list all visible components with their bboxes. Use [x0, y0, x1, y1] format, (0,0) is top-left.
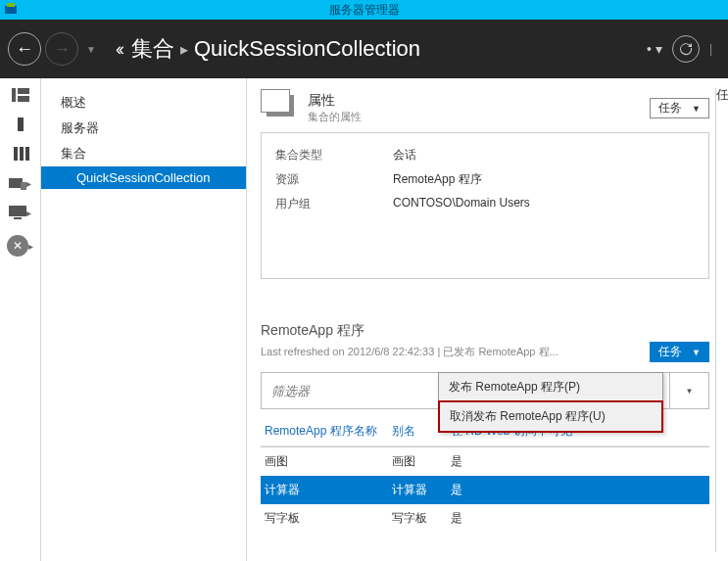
chevron-right-icon: ▸: [26, 208, 31, 218]
file-services-icon[interactable]: [9, 176, 26, 190]
table-row[interactable]: 计算器 计算器 是: [261, 476, 709, 504]
properties-tile-icon: [267, 95, 294, 117]
chevron-right-icon: ▸: [26, 178, 31, 189]
tree-item-collections[interactable]: 集合: [41, 141, 246, 166]
tree-item-servers[interactable]: 服务器: [41, 116, 246, 141]
remoteapp-tile: RemoteApp 程序 Last refreshed on 2012/6/8 …: [261, 299, 709, 552]
right-panel-label: 任: [716, 78, 728, 104]
remoteapp-tasks-button[interactable]: 任务 ▼: [650, 342, 709, 362]
tasks-label: 任务: [658, 100, 682, 117]
svg-rect-8: [25, 147, 29, 161]
right-panel-sliver: 任: [716, 78, 728, 561]
header-menu-icon[interactable]: • ▾: [647, 41, 662, 57]
tasks-label: 任务: [658, 344, 682, 360]
breadcrumb-current[interactable]: QuickSessionCollection: [194, 36, 420, 62]
properties-subtitle: 集合的属性: [308, 110, 362, 124]
property-row: 集合类型会话: [275, 143, 695, 167]
remoteapp-tasks-menu: 发布 RemoteApp 程序(P) 取消发布 RemoteApp 程序(U): [438, 372, 663, 433]
property-row: 用户组CONTOSO\Domain Users: [275, 192, 695, 216]
svg-rect-1: [7, 3, 15, 7]
svg-rect-7: [20, 147, 24, 161]
header-bar: ← → ▼ ‹‹ 集合 ▸ QuickSessionCollection • ▾…: [0, 20, 728, 78]
property-row: 资源RemoteApp 程序: [275, 167, 695, 192]
local-server-icon[interactable]: [12, 117, 29, 131]
refresh-icon: [679, 42, 693, 56]
svg-rect-9: [9, 178, 23, 188]
properties-tile: 属性 集合的属性 任务 ▼ 集合类型会话 资源RemoteApp 程序 用户组C…: [261, 88, 709, 299]
menu-item-unpublish[interactable]: 取消发布 RemoteApp 程序(U): [438, 400, 663, 433]
svg-rect-6: [14, 147, 18, 161]
chevron-right-icon: ▸: [180, 40, 188, 59]
svg-rect-11: [9, 206, 26, 216]
table-row[interactable]: 写字板 写字板 是: [261, 504, 709, 533]
breadcrumb: ‹‹ 集合 ▸ QuickSessionCollection: [116, 34, 647, 64]
tree-item-quicksessioncollection[interactable]: QuickSessionCollection: [41, 166, 246, 189]
icon-rail: ▸ ▸ ✕▸: [0, 78, 41, 561]
expand-icon: ▼: [686, 387, 694, 396]
svg-rect-12: [14, 217, 22, 219]
caret-down-icon: ▼: [692, 348, 701, 357]
breadcrumb-parent[interactable]: 集合: [131, 34, 174, 64]
col-name[interactable]: RemoteApp 程序名称: [265, 423, 392, 440]
remote-desktop-icon[interactable]: [9, 206, 26, 219]
title-bar: 服务器管理器: [0, 0, 728, 20]
caret-down-icon: ▼: [692, 104, 701, 114]
filter-expand-button[interactable]: ▼: [669, 373, 708, 408]
properties-title: 属性: [308, 92, 362, 110]
window-title: 服务器管理器: [329, 2, 400, 19]
svg-rect-3: [18, 88, 29, 94]
remoteapp-title: RemoteApp 程序: [261, 322, 709, 340]
remoteapp-status: Last refreshed on 2012/6/8 22:42:33 | 已发…: [261, 345, 558, 359]
header-divider: |: [709, 42, 712, 56]
svg-rect-2: [12, 88, 16, 102]
properties-tasks-button[interactable]: 任务 ▼: [650, 98, 709, 118]
properties-box: 集合类型会话 资源RemoteApp 程序 用户组CONTOSO\Domain …: [261, 132, 709, 279]
svg-rect-5: [18, 117, 24, 131]
menu-item-publish[interactable]: 发布 RemoteApp 程序(P): [439, 373, 662, 401]
breadcrumb-back-marker: ‹‹: [116, 39, 121, 60]
app-icon: [4, 2, 18, 16]
remoteapp-table: RemoteApp 程序名称 别名 在 RD Web 访问中可见 画图 画图 是…: [261, 417, 709, 533]
arrow-left-icon: ←: [16, 39, 33, 60]
svg-rect-0: [5, 6, 17, 14]
nav-tree: 概述 服务器 集合 QuickSessionCollection: [41, 78, 247, 561]
arrow-right-icon: →: [53, 39, 71, 60]
close-group-icon[interactable]: ✕: [7, 235, 28, 257]
table-row[interactable]: 画图 画图 是: [261, 447, 709, 476]
nav-forward-button[interactable]: →: [45, 32, 78, 66]
dashboard-icon[interactable]: [12, 88, 29, 102]
svg-rect-4: [18, 96, 29, 102]
refresh-button[interactable]: [672, 35, 700, 63]
tree-item-overview[interactable]: 概述: [41, 90, 246, 116]
chevron-right-icon: ▸: [28, 241, 33, 252]
nav-back-button[interactable]: ←: [8, 32, 41, 66]
content-area: 属性 集合的属性 任务 ▼ 集合类型会话 资源RemoteApp 程序 用户组C…: [247, 78, 716, 561]
all-servers-icon[interactable]: [12, 147, 29, 161]
nav-dropdown-icon[interactable]: ▼: [86, 44, 96, 55]
